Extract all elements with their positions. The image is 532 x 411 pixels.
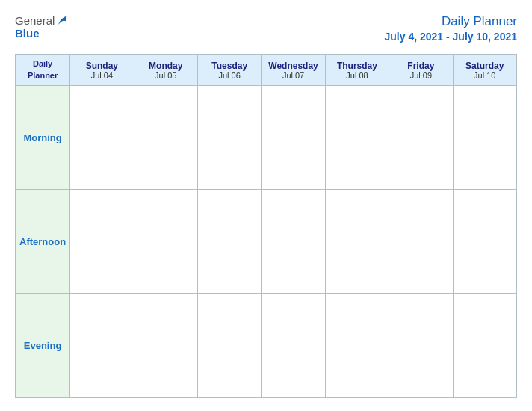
header-label-cell: DailyPlanner — [16, 55, 70, 86]
row-afternoon: Afternoon — [16, 190, 517, 294]
logo-blue-text: Blue — [15, 27, 40, 40]
cell-afternoon-sunday[interactable] — [70, 190, 134, 294]
header-saturday: Saturday Jul 10 — [453, 55, 516, 86]
header-sunday: Sunday Jul 04 — [70, 55, 134, 86]
logo-area: General Blue — [15, 13, 69, 40]
header-wednesday: Wednesday Jul 07 — [262, 55, 325, 86]
cell-afternoon-monday[interactable] — [134, 190, 197, 294]
cell-morning-wednesday[interactable] — [262, 86, 325, 190]
cell-evening-wednesday[interactable] — [262, 294, 325, 398]
cell-evening-thursday[interactable] — [325, 294, 389, 398]
cell-evening-tuesday[interactable] — [197, 294, 261, 398]
header-friday: Friday Jul 09 — [389, 55, 453, 86]
header-tuesday: Tuesday Jul 06 — [197, 55, 261, 86]
generalblue-icon — [56, 13, 69, 27]
row-morning: Morning — [16, 86, 517, 190]
logo-general-text: General — [15, 14, 55, 27]
header-monday: Monday Jul 05 — [134, 55, 197, 86]
header-thursday: Thursday Jul 08 — [325, 55, 389, 86]
cell-afternoon-tuesday[interactable] — [197, 190, 261, 294]
cell-morning-sunday[interactable] — [70, 86, 134, 190]
cell-morning-monday[interactable] — [134, 86, 197, 190]
cell-morning-thursday[interactable] — [325, 86, 389, 190]
row-label-morning: Morning — [16, 86, 70, 190]
cell-morning-saturday[interactable] — [453, 86, 516, 190]
cell-evening-sunday[interactable] — [70, 294, 134, 398]
cell-evening-saturday[interactable] — [453, 294, 516, 398]
row-label-evening: Evening — [16, 294, 70, 398]
planner-title: Daily Planner — [385, 13, 517, 30]
cell-morning-tuesday[interactable] — [197, 86, 261, 190]
cell-afternoon-wednesday[interactable] — [262, 190, 325, 294]
row-label-afternoon: Afternoon — [16, 190, 70, 294]
planner-table: DailyPlanner Sunday Jul 04 Monday Jul 05… — [15, 54, 517, 398]
header: General Blue Daily Planner July 4, 2021 … — [15, 13, 517, 43]
cell-morning-friday[interactable] — [389, 86, 453, 190]
cell-afternoon-saturday[interactable] — [453, 190, 516, 294]
row-evening: Evening — [16, 294, 517, 398]
title-area: Daily Planner July 4, 2021 - July 10, 20… — [385, 13, 517, 43]
cell-afternoon-friday[interactable] — [389, 190, 453, 294]
logo-text: General — [15, 13, 69, 27]
table-header-row: DailyPlanner Sunday Jul 04 Monday Jul 05… — [16, 55, 517, 86]
date-range: July 4, 2021 - July 10, 2021 — [385, 30, 517, 43]
cell-evening-monday[interactable] — [134, 294, 197, 398]
cell-afternoon-thursday[interactable] — [325, 190, 389, 294]
cell-evening-friday[interactable] — [389, 294, 453, 398]
